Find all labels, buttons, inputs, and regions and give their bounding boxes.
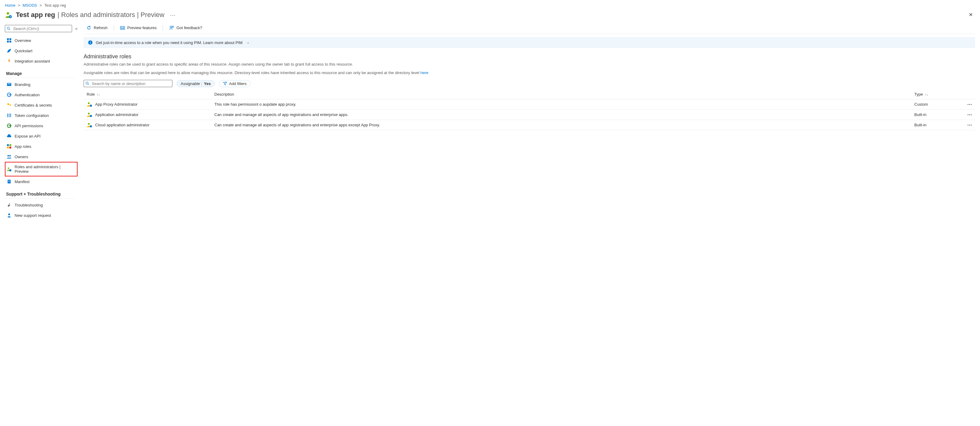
column-role[interactable]: Role ↑↓ [87,92,214,97]
section-desc-2: Assignable roles are roles that can be a… [84,70,975,76]
svg-point-26 [10,169,11,171]
sidebar-item-overview[interactable]: Overview [5,35,78,46]
row-more-icon[interactable]: ⋯ [960,101,972,107]
svg-rect-31 [120,26,124,30]
column-description[interactable]: Description [214,92,914,97]
role-search [84,80,172,87]
row-more-icon[interactable]: ⋯ [960,112,972,117]
manifest-icon [7,179,11,184]
assignable-filter-pill[interactable]: Assignable : Yes [177,80,215,87]
sidebar-item-label: Authentication [14,93,40,97]
collapse-sidebar-icon[interactable]: « [75,26,78,31]
preview-features-button[interactable]: Preview features [117,24,160,31]
chevron-right-icon: > [40,3,42,8]
svg-rect-32 [121,27,122,28]
role-name: Cloud application administrator [95,123,149,127]
sidebar-item-label: Owners [14,155,28,159]
svg-rect-16 [9,114,10,117]
table-row[interactable]: Application administratorCan create and … [84,109,975,120]
sidebar-item-manifest[interactable]: Manifest [5,176,78,187]
page-header: Test app reg | Roles and administrators … [0,8,980,22]
sidebar-item-troubleshooting[interactable]: Troubleshooting [5,200,78,210]
svg-rect-15 [7,114,8,117]
svg-point-8 [9,60,10,60]
sidebar-item-expose-api[interactable]: Expose an API [5,131,78,141]
sidebar-item-branding[interactable]: Branding [5,79,78,90]
cell-description: Can create and manage all aspects of app… [214,112,914,117]
sidebar-item-authentication[interactable]: Authentication [5,90,78,100]
column-type[interactable]: Type ↑↓ [914,92,960,97]
chevron-right-icon: > [18,3,21,8]
sidebar-item-api-permissions[interactable]: API permissions [5,120,78,131]
api-permissions-icon [7,123,11,128]
refresh-icon [87,25,91,30]
more-icon[interactable]: ⋯ [167,12,178,19]
svg-point-43 [88,102,90,104]
close-icon[interactable]: ✕ [966,10,975,19]
cell-description: This role has permissiont o aupdate app … [214,102,914,106]
sidebar-item-owners[interactable]: Owners [5,152,78,162]
svg-rect-19 [7,144,9,146]
got-feedback-button[interactable]: Got feedback? [166,24,205,31]
cell-type: Built-in [914,112,960,117]
svg-point-35 [170,26,172,28]
svg-line-40 [88,84,89,85]
main-content: Refresh Preview features Got feedback? [78,22,980,223]
cell-role: Application administrator [87,112,214,117]
cell-description: Can create and manage all aspects of app… [214,123,914,127]
owners-icon [7,154,11,159]
cell-type: Custom [914,102,960,106]
table-row[interactable]: App Proxy AdministratorThis role has per… [84,99,975,109]
sidebar-item-integration-assistant[interactable]: Integration assistant [5,56,78,66]
role-icon [87,112,92,117]
overview-icon [7,38,11,43]
svg-rect-13 [9,105,11,105]
sidebar-item-token-configuration[interactable]: Token configuration [5,110,78,120]
sidebar-item-new-support-request[interactable]: New support request [5,210,78,220]
svg-point-0 [7,12,9,14]
sidebar-search-input[interactable] [5,25,72,32]
key-icon [7,103,11,108]
refresh-button[interactable]: Refresh [84,24,111,31]
sidebar-item-roles-and-administrators[interactable]: Roles and administrators | Preview [5,162,78,176]
svg-point-38 [90,41,91,42]
breadcrumb-msods[interactable]: MSODS [22,3,37,8]
sidebar-item-app-roles[interactable]: App roles [5,141,78,152]
arrow-right-icon: → [246,40,250,45]
svg-point-47 [88,123,90,125]
svg-point-48 [90,125,92,127]
sidebar-item-certificates[interactable]: Certificates & secrets [5,100,78,110]
roles-icon [7,167,11,171]
support-icon [7,213,11,218]
sidebar-item-label: Overview [14,38,31,43]
table-row[interactable]: Cloud application administratorCan creat… [84,120,975,130]
svg-rect-9 [7,83,11,86]
sidebar-item-label: Integration assistant [14,59,50,63]
info-banner[interactable]: Get just-in-time access to a role when y… [84,37,975,48]
sidebar-item-label: API permissions [14,124,43,128]
svg-rect-14 [10,105,11,106]
sidebar-item-quickstart[interactable]: Quickstart [5,46,78,56]
toolbar-separator [114,25,114,31]
token-icon [7,113,11,118]
svg-point-39 [86,82,88,84]
svg-point-46 [90,115,92,117]
sort-icon: ↑↓ [925,93,928,96]
breadcrumb-home[interactable]: Home [5,3,16,8]
info-icon [88,40,93,45]
breadcrumb: Home > MSODS > Test app reg [0,0,980,8]
row-more-icon[interactable]: ⋯ [960,122,972,128]
section-desc-1: Administrative roles can be used to gran… [84,62,975,67]
add-filters-button[interactable]: Add filters [219,80,251,87]
role-search-input[interactable] [84,80,172,87]
svg-point-25 [8,168,10,169]
here-link[interactable]: here [420,70,428,75]
role-icon [87,102,92,107]
sidebar-search [5,25,72,32]
rocket-icon [7,59,11,63]
svg-point-45 [88,112,90,114]
sidebar-item-label: Token configuration [14,113,49,118]
roles-table: Role ↑↓ Description Type ↑↓ App Proxy Ad… [84,90,975,130]
svg-rect-37 [90,42,91,44]
sidebar-item-label: Roles and administrators | Preview [14,165,75,174]
